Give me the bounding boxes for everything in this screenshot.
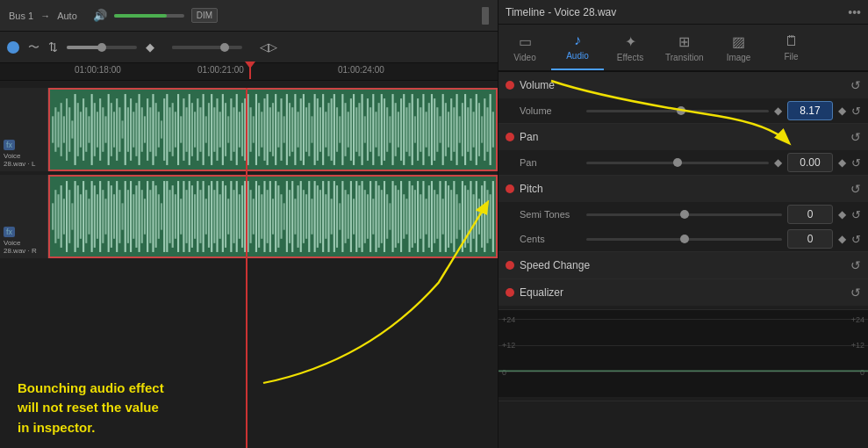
svg-rect-3 xyxy=(57,112,59,147)
svg-rect-124 xyxy=(395,103,397,156)
svg-rect-41 xyxy=(163,98,165,161)
svg-rect-119 xyxy=(381,94,383,165)
cents-slider[interactable] xyxy=(586,238,782,241)
svg-rect-264 xyxy=(339,203,341,229)
volume-value-box[interactable]: 8.17 xyxy=(787,101,833,120)
cents-param-reset-icon[interactable]: ↺ xyxy=(851,233,861,246)
svg-rect-139 xyxy=(436,107,438,152)
pan-param-reset-icon[interactable]: ↺ xyxy=(851,156,861,170)
dim-button[interactable]: DIM xyxy=(191,8,218,23)
track-up-down-icon[interactable]: ⇅ xyxy=(48,40,58,54)
equalizer-section-header[interactable]: Equalizer ↺ xyxy=(499,279,868,306)
svg-rect-58 xyxy=(211,94,212,165)
svg-rect-34 xyxy=(144,116,146,142)
track-small-slider[interactable] xyxy=(67,46,137,49)
track-row-2: fx Voice 28.wav · R xyxy=(0,175,498,258)
pitch-section-header[interactable]: Pitch ↺ xyxy=(499,176,868,202)
volume-slider[interactable] xyxy=(586,110,769,112)
cents-value-box[interactable]: 0 xyxy=(787,229,833,249)
track-small-slider-2[interactable] xyxy=(172,46,242,49)
tab-image[interactable]: ▨ Image xyxy=(713,25,765,70)
volume-slider-transport[interactable] xyxy=(114,14,184,18)
svg-rect-132 xyxy=(417,98,419,161)
tab-video[interactable]: ▭ Video xyxy=(499,25,551,70)
volume-section-header[interactable]: Volume ↺ xyxy=(499,72,868,98)
svg-rect-245 xyxy=(286,181,288,252)
volume-param-diamond[interactable]: ◆ xyxy=(838,105,846,117)
svg-rect-213 xyxy=(197,181,198,252)
svg-rect-173 xyxy=(85,190,87,243)
svg-rect-181 xyxy=(108,181,110,252)
svg-rect-68 xyxy=(239,112,240,147)
svg-rect-107 xyxy=(348,112,349,147)
svg-rect-215 xyxy=(203,181,204,252)
semitones-param-reset-icon[interactable]: ↺ xyxy=(851,208,861,221)
svg-rect-87 xyxy=(291,107,293,152)
volume-param-row: Volume ◆ 8.17 ◆ ↺ xyxy=(499,98,868,123)
speed-enabled-dot[interactable] xyxy=(506,261,514,270)
svg-rect-11 xyxy=(80,112,82,147)
svg-rect-190 xyxy=(133,194,134,239)
svg-rect-30 xyxy=(133,112,134,147)
eq-enabled-dot[interactable] xyxy=(506,288,514,297)
semitones-value-box[interactable]: 0 xyxy=(787,205,833,224)
eq-graph-area: +24 +24 +12 +12 0 0 xyxy=(499,309,868,397)
tab-file[interactable]: 🗒 File xyxy=(765,25,818,70)
svg-rect-248 xyxy=(294,199,296,234)
eq-reset-icon[interactable]: ↺ xyxy=(850,285,861,300)
pitch-enabled-dot[interactable] xyxy=(506,184,514,193)
tab-effects[interactable]: ✦ Effects xyxy=(604,25,656,70)
svg-rect-318 xyxy=(490,194,491,239)
pan-enabled-dot[interactable] xyxy=(506,133,514,141)
pitch-reset-icon[interactable]: ↺ xyxy=(850,182,861,196)
semitones-param-diamond[interactable]: ◆ xyxy=(838,208,846,220)
pan-slider[interactable] xyxy=(586,162,769,164)
svg-rect-46 xyxy=(177,94,179,165)
track-diamond-icon[interactable]: ◆ xyxy=(146,40,154,54)
svg-rect-105 xyxy=(341,94,343,165)
volume-param-reset-icon[interactable]: ↺ xyxy=(851,105,861,118)
svg-rect-161 xyxy=(52,203,54,229)
svg-rect-260 xyxy=(327,181,329,252)
track-name-1: Voice 28.wav · L xyxy=(4,152,44,168)
speed-change-section-header[interactable]: Speed Change ↺ xyxy=(499,252,868,278)
volume-section-title: Volume xyxy=(520,79,555,91)
panel-resize-handle[interactable] xyxy=(482,7,489,25)
pan-reset-icon[interactable]: ↺ xyxy=(850,130,861,144)
waveform-clip-1[interactable] xyxy=(48,88,498,171)
volume-enabled-dot[interactable] xyxy=(506,81,514,90)
speed-reset-icon[interactable]: ↺ xyxy=(850,258,861,272)
semitones-param-row: Semi Tones 0 ◆ ↺ xyxy=(499,202,868,227)
pan-keyframe-icon[interactable]: ◆ xyxy=(774,156,782,169)
svg-rect-17 xyxy=(97,112,98,147)
svg-rect-73 xyxy=(253,116,255,142)
svg-rect-51 xyxy=(191,103,193,156)
svg-rect-169 xyxy=(75,181,76,252)
lr-arrows-icon[interactable]: ◁▷ xyxy=(260,40,277,54)
tab-audio[interactable]: ♪ Audio xyxy=(551,25,604,70)
svg-rect-128 xyxy=(405,107,407,152)
volume-keyframe-icon[interactable]: ◆ xyxy=(774,105,782,117)
svg-rect-81 xyxy=(275,94,276,165)
svg-rect-253 xyxy=(308,181,310,252)
transport-arrow: → xyxy=(40,11,50,21)
semitones-slider[interactable] xyxy=(586,213,782,216)
semitones-value: 0 xyxy=(807,208,814,220)
svg-rect-52 xyxy=(194,112,196,147)
title-dots-icon[interactable]: ••• xyxy=(848,5,861,19)
pan-value-box[interactable]: 0.00 xyxy=(787,153,833,172)
pan-param-diamond[interactable]: ◆ xyxy=(838,156,846,169)
svg-rect-311 xyxy=(470,181,471,252)
svg-rect-151 xyxy=(470,98,471,161)
waveform-icon[interactable]: 〜 xyxy=(28,40,39,55)
svg-rect-232 xyxy=(250,190,252,243)
svg-rect-129 xyxy=(409,103,411,156)
cents-param-row: Cents 0 ◆ ↺ xyxy=(499,227,868,251)
pan-section-header[interactable]: Pan ↺ xyxy=(499,124,868,150)
cents-param-diamond[interactable]: ◆ xyxy=(838,233,846,245)
volume-reset-icon[interactable]: ↺ xyxy=(850,78,861,92)
waveform-clip-2[interactable] xyxy=(48,175,498,258)
svg-rect-303 xyxy=(448,185,449,248)
tab-transition[interactable]: ⊞ Transition xyxy=(656,25,713,70)
svg-rect-294 xyxy=(422,181,424,252)
